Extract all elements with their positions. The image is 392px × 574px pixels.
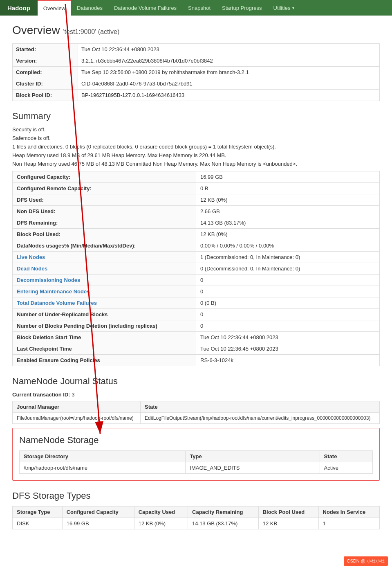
stats-row: DataNodes usages% (Min/Median/Max/stdDev… [13, 240, 380, 252]
journal-state: EditLogFileOutputStream(/tmp/hadoop-root… [141, 413, 380, 424]
stats-label: Enabled Erasure Coding Policies [13, 355, 196, 366]
transaction-id: Current transaction ID: 3 [12, 392, 380, 398]
journal-row: FileJournalManager(root=/tmp/hadoop-root… [13, 413, 380, 424]
stats-label: Dead Nodes [13, 263, 196, 275]
stats-row: DFS Remaining:14.13 GB (83.17%) [13, 217, 380, 229]
summary-line: 1 files and directories, 0 blocks (0 rep… [12, 144, 380, 150]
stats-row: Total Datanode Volume Failures0 (0 B) [13, 297, 380, 309]
dfs-block-pool: 12 KB [258, 518, 318, 529]
stats-row: Enabled Erasure Coding PoliciesRS-6-3-10… [13, 355, 380, 366]
stats-label: DFS Used: [13, 194, 196, 206]
overview-row: Version:3.2.1, rb3cbbb467e22ea829b3808f4… [13, 55, 380, 67]
stats-value: 2.66 GB [196, 206, 380, 217]
journal-title: NameNode Journal Status [12, 376, 380, 387]
stats-link[interactable]: Entering Maintenance Nodes [17, 288, 90, 295]
stats-value: Tue Oct 10 22:36:44 +0800 2023 [196, 332, 380, 343]
dfs-configured: 16.99 GB [62, 518, 134, 529]
stats-value: 1 (Decommissioned: 0, In Maintenance: 0) [196, 252, 380, 263]
overview-row: Block Pool ID:BP-196271895B-127.0.0.1-16… [13, 90, 380, 101]
stats-link[interactable]: Live Nodes [17, 254, 45, 260]
storage-dir: /tmp/hadoop-root/dfs/name [20, 462, 186, 474]
stats-label: DFS Remaining: [13, 217, 196, 229]
dfs-table: Storage TypeConfigured CapacityCapacity … [12, 506, 380, 529]
storage-col-dir: Storage Directory [20, 451, 186, 462]
journal-manager: FileJournalManager(root=/tmp/hadoop-root… [13, 413, 141, 424]
journal-col-state: State [141, 401, 380, 413]
dfs-col-header: Block Pool Used [258, 506, 318, 518]
nav-snapshot[interactable]: Snapshot [182, 0, 216, 16]
summary-line: Heap Memory used 18.9 MB of 29.61 MB Hea… [12, 152, 380, 158]
storage-state: Active [320, 462, 372, 474]
storage-col-type: Type [186, 451, 320, 462]
summary-title: Summary [12, 111, 380, 122]
main-content: Overview 'test1:9000' (active) Started:T… [0, 16, 392, 538]
stats-value: 16.99 GB [196, 171, 380, 183]
overview-row: Compiled:Tue Sep 10 23:56:00 +0800 2019 … [13, 67, 380, 78]
stats-row: Entering Maintenance Nodes0 [13, 286, 380, 297]
dfs-type: DISK [13, 518, 63, 529]
stats-link[interactable]: Dead Nodes [17, 266, 47, 272]
stats-value: RS-6-3-1024k [196, 355, 380, 366]
stats-value: 0 [196, 309, 380, 320]
dfs-col-header: Nodes In Service [318, 506, 380, 518]
journal-table: Journal Manager State FileJournalManager… [12, 401, 380, 424]
stats-value: 0 (0 B) [196, 297, 380, 309]
dfs-row: DISK 16.99 GB 12 KB (0%) 14.13 GB (83.17… [13, 518, 380, 529]
namenode-storage-box: NameNode Storage Storage Directory Type … [12, 428, 380, 481]
stats-label: Number of Under-Replicated Blocks [13, 309, 196, 320]
dfs-storage-title: DFS Storage Types [12, 491, 380, 501]
overview-row: Cluster ID:CID-04e0868f-2ad0-4076-97a3-0… [13, 78, 380, 90]
navbar: Hadoop Overview Datanodes Datanode Volum… [0, 0, 392, 16]
storage-title: NameNode Storage [19, 435, 373, 446]
nav-startup-progress[interactable]: Startup Progress [216, 0, 268, 16]
storage-row: /tmp/hadoop-root/dfs/nameIMAGE_AND_EDITS… [20, 462, 373, 474]
stats-value: 0 [196, 286, 380, 297]
dfs-col-header: Storage Type [13, 506, 63, 518]
summary-lines: Security is off.Safemode is off.1 files … [12, 126, 380, 167]
overview-label: Version: [13, 55, 78, 67]
storage-type: IMAGE_AND_EDITS [186, 462, 320, 474]
stats-label: Live Nodes [13, 252, 196, 263]
stats-value: Tue Oct 10 22:36:45 +0800 2023 [196, 343, 380, 355]
overview-label: Started: [13, 44, 78, 55]
stats-row: Decommissioning Nodes0 [13, 275, 380, 286]
hadoop-brand: Hadoop [0, 0, 38, 16]
stats-row: Dead Nodes0 (Decommissioned: 0, In Maint… [13, 263, 380, 275]
stats-link[interactable]: Total Datanode Volume Failures [17, 300, 97, 306]
stats-row: Configured Capacity:16.99 GB [13, 171, 380, 183]
nav-datanodes[interactable]: Datanodes [71, 0, 108, 16]
stats-row: Number of Blocks Pending Deletion (inclu… [13, 320, 380, 332]
storage-col-state: State [320, 451, 372, 462]
overview-value: CID-04e0868f-2ad0-4076-97a3-0bd75a27bd91 [78, 78, 380, 90]
dfs-col-header: Capacity Used [134, 506, 188, 518]
nav-overview[interactable]: Overview [38, 0, 71, 16]
stats-row: Last Checkpoint TimeTue Oct 10 22:36:45 … [13, 343, 380, 355]
stats-value: 0 [196, 275, 380, 286]
stats-label: Number of Blocks Pending Deletion (inclu… [13, 320, 196, 332]
stats-table: Configured Capacity:16.99 GBConfigured R… [12, 171, 380, 366]
overview-label: Block Pool ID: [13, 90, 78, 101]
nav-utilities[interactable]: Utilities ▾ [268, 0, 300, 16]
stats-label: DataNodes usages% (Min/Median/Max/stdDev… [13, 240, 196, 252]
overview-value: Tue Sep 10 23:56:00 +0800 2019 by rohith… [78, 67, 380, 78]
summary-line: Safemode is off. [12, 135, 380, 141]
stats-label: Last Checkpoint Time [13, 343, 196, 355]
stats-row: Block Deletion Start TimeTue Oct 10 22:3… [13, 332, 380, 343]
overview-label: Compiled: [13, 67, 78, 78]
stats-label: Block Deletion Start Time [13, 332, 196, 343]
dfs-col-header: Capacity Remaining [188, 506, 259, 518]
stats-label: Configured Remote Capacity: [13, 183, 196, 194]
nav-datanode-volume-failures[interactable]: Datanode Volume Failures [108, 0, 182, 16]
stats-label: Non DFS Used: [13, 206, 196, 217]
stats-row: Live Nodes1 (Decommissioned: 0, In Maint… [13, 252, 380, 263]
stats-label: Total Datanode Volume Failures [13, 297, 196, 309]
stats-label: Configured Capacity: [13, 171, 196, 183]
overview-table: Started:Tue Oct 10 22:36:44 +0800 2023Ve… [12, 43, 380, 101]
stats-row: DFS Used:12 KB (0%) [13, 194, 380, 206]
stats-row: Block Pool Used:12 KB (0%) [13, 229, 380, 240]
overview-value: 3.2.1, rb3cbbb467e22ea829b3808f4b7b01d07… [78, 55, 380, 67]
overview-value: Tue Oct 10 22:36:44 +0800 2023 [78, 44, 380, 55]
stats-link[interactable]: Decommissioning Nodes [17, 277, 80, 283]
page-title: Overview 'test1:9000' (active) [12, 24, 380, 37]
overview-row: Started:Tue Oct 10 22:36:44 +0800 2023 [13, 44, 380, 55]
